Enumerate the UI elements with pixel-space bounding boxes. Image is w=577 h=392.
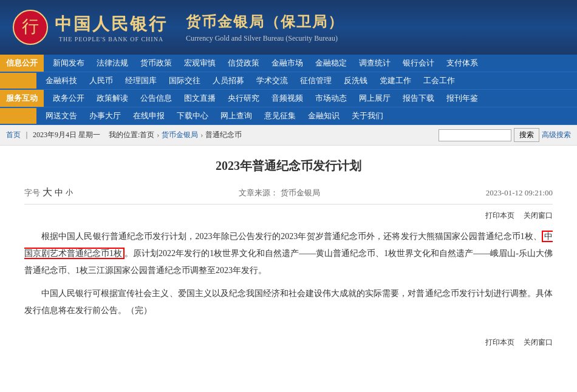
nav-feedback[interactable]: 意见征集 [258, 107, 302, 124]
font-small-btn[interactable]: 小 [66, 188, 73, 198]
nav-row-4: 网送文告 办事大厅 在线申报 下载中心 网上查询 意见征集 金融知识 关于我们 [0, 107, 577, 125]
nav-online-report[interactable]: 在线申报 [127, 107, 171, 124]
nav-items-row2: 金融科技 人民币 经理国库 国际交往 人员招募 学术交流 征信管理 反洗钱 党建… [36, 72, 464, 89]
nav-currency-policy[interactable]: 货币政策 [134, 55, 178, 72]
article-title: 2023年普通纪念币发行计划 [24, 158, 553, 174]
nav-section-info: 信息公开 [0, 55, 44, 72]
close-link-top[interactable]: 关闭窗口 [524, 211, 553, 221]
nav-fintech[interactable]: 金融科技 [39, 72, 83, 89]
content-area: 2023年普通纪念币发行计划 字号 大 中 小 文章来源： 货币金银局 2023… [0, 146, 577, 360]
nav-fin-knowledge[interactable]: 金融知识 [302, 107, 346, 124]
nav-reports[interactable]: 报告下载 [397, 90, 440, 107]
nav-online-query[interactable]: 网上查询 [214, 107, 258, 124]
nav-intl[interactable]: 国际交往 [163, 72, 207, 89]
font-large-btn[interactable]: 大 [43, 186, 52, 199]
breadcrumb-sep2 [103, 130, 106, 140]
nav-row-3: 服务互动 政务公开 政策解读 公告信息 图文直播 央行研究 音频视频 市场动态 … [0, 90, 577, 107]
breadcrumb-my-location: 我的位置:首页 [109, 130, 154, 140]
breadcrumb-currency[interactable]: 货币金银局 [162, 130, 198, 140]
bureau-info: 货币金银局（保卫局） Currency Gold and Silver Bure… [186, 12, 344, 43]
bureau-name-en: Currency Gold and Silver Bureau (Securit… [186, 34, 344, 43]
nav-credit-mgmt[interactable]: 征信管理 [294, 72, 338, 89]
search-button[interactable]: 搜索 [514, 128, 539, 142]
nav-macro[interactable]: 宏观审慎 [178, 55, 222, 72]
bank-name-cn: 中国人民银行 [55, 13, 168, 36]
article-actions-top: 打印本页 关闭窗口 [24, 211, 553, 221]
bureau-name-cn: 货币金银局（保卫局） [186, 12, 344, 32]
breadcrumb: 首页 ｜ 2023年9月4日 星期一 我的位置:首页 › 货币金银局 › 普通纪… [6, 130, 242, 140]
nav-aml[interactable]: 反洗钱 [338, 72, 374, 89]
source-label: 文章来源： [239, 188, 278, 197]
search-input[interactable] [439, 129, 511, 141]
breadcrumb-arrow1: › [157, 130, 159, 140]
nav-live[interactable]: 图文直播 [178, 90, 222, 107]
logo-area: 行 中国人民银行 THE PEOPLE'S BANK OF CHINA [12, 9, 168, 46]
nav-audio-video[interactable]: 音频视频 [265, 90, 309, 107]
nav-survey[interactable]: 调查统计 [353, 55, 397, 72]
nav-payment[interactable]: 支付体系 [440, 55, 484, 72]
nav-gov-open[interactable]: 政务公开 [47, 90, 90, 107]
nav-items-row3: 政务公开 政策解读 公告信息 图文直播 央行研究 音频视频 市场动态 网上展厅 … [44, 90, 487, 107]
nav-netpost[interactable]: 网送文告 [39, 107, 83, 124]
nav-financial-market[interactable]: 金融市场 [265, 55, 309, 72]
breadcrumb-date: 2023年9月4日 星期一 [33, 130, 100, 140]
paragraph-2: 中国人民银行可根据宣传社会主义、爱国主义以及纪念我国经济和社会建设伟大成就的实际… [24, 285, 553, 319]
nav-online-hall[interactable]: 网上展厅 [353, 90, 397, 107]
nav-section-empty1 [0, 73, 36, 89]
breadcrumb-sep1: ｜ [23, 130, 30, 140]
article-body: 根据中国人民银行普通纪念币发行计划，2023年除已公告发行的2023年贺岁普通纪… [24, 228, 553, 319]
font-size-control: 字号 大 中 小 [24, 186, 73, 199]
nav-academic[interactable]: 学术交流 [250, 72, 294, 89]
nav-yearbook[interactable]: 报刊年鉴 [440, 90, 484, 107]
breadcrumb-home[interactable]: 首页 [6, 130, 21, 140]
nav-research[interactable]: 央行研究 [222, 90, 265, 107]
close-link-bottom[interactable]: 关闭窗口 [524, 337, 553, 348]
font-label: 字号 [24, 188, 40, 198]
logo-text: 中国人民银行 THE PEOPLE'S BANK OF CHINA [55, 13, 168, 42]
nav-row-2: 金融科技 人民币 经理国库 国际交往 人员招募 学术交流 征信管理 反洗钱 党建… [0, 72, 577, 90]
print-link-top[interactable]: 打印本页 [485, 211, 514, 221]
article-actions-bottom: 打印本页 关闭窗口 [24, 331, 553, 348]
breadcrumb-current: 普通纪念币 [205, 130, 242, 140]
nav-market[interactable]: 市场动态 [309, 90, 353, 107]
nav-party[interactable]: 党建工作 [374, 72, 417, 89]
article-source: 文章来源： 货币金银局 [239, 188, 319, 198]
article-date: 2023-01-12 09:21:00 [486, 188, 553, 198]
paragraph-1: 根据中国人民银行普通纪念币发行计划，2023年除已公告发行的2023年贺岁普通纪… [24, 228, 553, 279]
nav-policy-interp[interactable]: 政策解读 [90, 90, 134, 107]
nav-about[interactable]: 关于我们 [346, 107, 389, 124]
nav-service-hall[interactable]: 办事大厅 [83, 107, 127, 124]
nav-treasury[interactable]: 经理国库 [119, 72, 163, 89]
nav-row-1: 信息公开 新闻发布 法律法规 货币政策 宏观审慎 信贷政策 金融市场 金融稳定 … [0, 55, 577, 72]
nav-section-empty2 [0, 108, 36, 124]
nav-recruit[interactable]: 人员招募 [207, 72, 250, 89]
nav-items-row4: 网送文告 办事大厅 在线申报 下载中心 网上查询 意见征集 金融知识 关于我们 [36, 107, 392, 124]
source-value: 货币金银局 [281, 188, 320, 197]
article-meta: 字号 大 中 小 文章来源： 货币金银局 2023-01-12 09:21:00 [24, 186, 553, 204]
nav-section-service: 服务互动 [0, 90, 44, 107]
bank-emblem-icon: 行 [12, 9, 49, 46]
print-link-bottom[interactable]: 打印本页 [485, 337, 514, 348]
nav-union[interactable]: 工会工作 [417, 72, 461, 89]
navigation: 信息公开 新闻发布 法律法规 货币政策 宏观审慎 信贷政策 金融市场 金融稳定 … [0, 55, 577, 125]
nav-items-row1: 新闻发布 法律法规 货币政策 宏观审慎 信贷政策 金融市场 金融稳定 调查统计 … [44, 55, 487, 72]
nav-announcements[interactable]: 公告信息 [134, 90, 178, 107]
search-area: 搜索 高级搜索 [439, 128, 571, 142]
font-medium-btn[interactable]: 中 [55, 188, 63, 198]
nav-banking[interactable]: 银行会计 [397, 55, 440, 72]
breadcrumb-arrow2: › [200, 130, 203, 140]
advanced-search-link[interactable]: 高级搜索 [542, 130, 571, 140]
highlighted-text: 中国京剧艺术普通纪念币1枚 [24, 231, 553, 259]
nav-download[interactable]: 下载中心 [171, 107, 214, 124]
nav-credit[interactable]: 信贷政策 [222, 55, 265, 72]
nav-financial-stability[interactable]: 金融稳定 [309, 55, 353, 72]
nav-news[interactable]: 新闻发布 [47, 55, 90, 72]
bank-name-en: THE PEOPLE'S BANK OF CHINA [59, 36, 163, 42]
svg-text:行: 行 [22, 17, 39, 36]
breadcrumb-bar: 首页 ｜ 2023年9月4日 星期一 我的位置:首页 › 货币金银局 › 普通纪… [0, 125, 577, 146]
site-header: 行 中国人民银行 THE PEOPLE'S BANK OF CHINA 货币金银… [0, 0, 577, 55]
nav-rmb[interactable]: 人民币 [83, 72, 119, 89]
nav-laws[interactable]: 法律法规 [90, 55, 134, 72]
